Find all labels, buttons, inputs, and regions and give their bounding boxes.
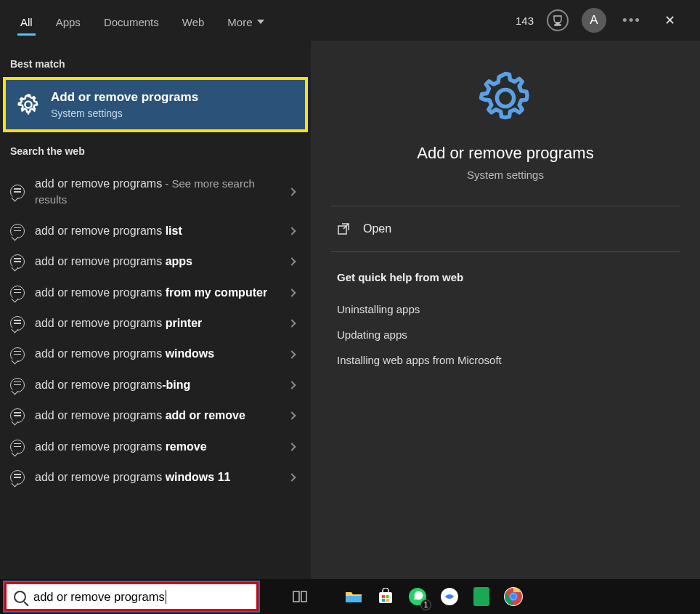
rewards-badge-icon[interactable] bbox=[547, 9, 569, 31]
web-search-icon bbox=[10, 470, 25, 485]
web-result-item[interactable]: add or remove programs remove bbox=[0, 432, 311, 462]
quick-help-link[interactable]: Uninstalling apps bbox=[337, 296, 674, 322]
web-search-icon bbox=[10, 408, 25, 423]
web-result-text: add or remove programs from my computer bbox=[35, 285, 279, 301]
tab-apps[interactable]: Apps bbox=[44, 6, 92, 36]
tab-web[interactable]: Web bbox=[171, 6, 216, 36]
gear-icon bbox=[476, 68, 535, 128]
results-list: Best match Add or remove programs System… bbox=[0, 41, 311, 579]
web-result-item[interactable]: add or remove programs - See more search… bbox=[0, 169, 311, 216]
web-result-item[interactable]: add or remove programs printer bbox=[0, 308, 311, 339]
best-match-header: Best match bbox=[0, 55, 311, 77]
chevron-right-icon bbox=[288, 473, 296, 481]
svg-rect-7 bbox=[382, 595, 385, 598]
web-search-icon bbox=[10, 378, 25, 392]
rewards-points[interactable]: 143 bbox=[516, 15, 534, 27]
web-result-item[interactable]: add or remove programs list bbox=[0, 216, 311, 246]
chevron-right-icon bbox=[288, 350, 296, 358]
app-icon[interactable] bbox=[437, 584, 462, 609]
preview-pane: Add or remove programs System settings O… bbox=[311, 41, 700, 579]
options-button[interactable]: ••• bbox=[619, 12, 644, 28]
svg-rect-9 bbox=[382, 599, 385, 602]
svg-point-0 bbox=[25, 101, 31, 108]
web-result-item[interactable]: add or remove programs add or remove bbox=[0, 400, 311, 431]
chevron-right-icon bbox=[288, 227, 296, 235]
preview-subtitle: System settings bbox=[467, 169, 544, 181]
chevron-down-icon bbox=[257, 20, 264, 24]
whatsapp-icon[interactable]: 1 bbox=[405, 584, 430, 609]
web-result-text: add or remove programs windows bbox=[35, 346, 279, 362]
quick-help-link[interactable]: Updating apps bbox=[337, 322, 674, 347]
search-input-value: add or remove programs bbox=[33, 590, 166, 604]
open-action[interactable]: Open bbox=[333, 206, 678, 251]
web-search-icon bbox=[10, 286, 25, 300]
search-web-header: Search the web bbox=[0, 132, 311, 164]
web-search-icon bbox=[10, 254, 25, 269]
web-result-text: add or remove programs add or remove bbox=[35, 408, 279, 424]
quick-help-header: Get quick help from web bbox=[337, 271, 674, 283]
chevron-right-icon bbox=[288, 319, 296, 327]
search-icon bbox=[14, 591, 26, 603]
chevron-right-icon bbox=[288, 381, 296, 389]
chevron-right-icon bbox=[288, 258, 296, 266]
search-input[interactable]: add or remove programs bbox=[4, 582, 259, 611]
app-icon[interactable] bbox=[469, 584, 494, 609]
best-match-subtitle: System settings bbox=[51, 108, 198, 119]
web-search-icon bbox=[10, 440, 25, 454]
web-search-icon bbox=[10, 224, 25, 238]
chrome-icon[interactable] bbox=[501, 584, 526, 609]
web-result-text: add or remove programs - See more search… bbox=[35, 176, 279, 209]
web-result-text: add or remove programs list bbox=[35, 223, 279, 239]
svg-rect-3 bbox=[293, 591, 299, 602]
tab-documents[interactable]: Documents bbox=[92, 6, 171, 36]
taskbar: add or remove programs 1 bbox=[0, 579, 700, 614]
svg-point-17 bbox=[510, 594, 516, 599]
gear-icon bbox=[16, 92, 41, 117]
web-search-icon bbox=[10, 316, 25, 331]
web-result-item[interactable]: add or remove programs windows bbox=[0, 339, 311, 369]
web-result-item[interactable]: add or remove programs-bing bbox=[0, 370, 311, 400]
task-view-icon[interactable] bbox=[288, 584, 312, 609]
filter-tabs: All Apps Documents Web More 143 A ••• ✕ bbox=[0, 0, 700, 41]
svg-point-1 bbox=[497, 89, 513, 106]
svg-rect-5 bbox=[346, 596, 362, 602]
svg-rect-8 bbox=[386, 595, 389, 598]
web-result-text: add or remove programs remove bbox=[35, 439, 279, 455]
windows-search-panel: All Apps Documents Web More 143 A ••• ✕ … bbox=[0, 0, 700, 579]
chevron-right-icon bbox=[288, 188, 296, 196]
best-match-title: Add or remove programs bbox=[51, 90, 198, 105]
svg-rect-4 bbox=[301, 591, 306, 602]
web-result-item[interactable]: add or remove programs from my computer bbox=[0, 278, 311, 308]
web-result-item[interactable]: add or remove programs windows 11 bbox=[0, 462, 311, 493]
tab-more[interactable]: More bbox=[216, 6, 275, 36]
open-label: Open bbox=[363, 222, 391, 235]
tab-all[interactable]: All bbox=[9, 6, 44, 36]
web-result-text: add or remove programs windows 11 bbox=[35, 469, 279, 485]
user-avatar[interactable]: A bbox=[582, 8, 606, 33]
web-search-icon bbox=[10, 185, 25, 199]
chevron-right-icon bbox=[288, 443, 296, 451]
quick-help-link[interactable]: Installing web apps from Microsoft bbox=[337, 347, 674, 373]
web-result-text: add or remove programs printer bbox=[35, 315, 279, 331]
web-result-text: add or remove programs apps bbox=[35, 254, 279, 270]
best-match-result[interactable]: Add or remove programs System settings bbox=[3, 77, 308, 132]
preview-title: Add or remove programs bbox=[417, 144, 593, 163]
web-search-icon bbox=[10, 347, 25, 362]
open-icon bbox=[337, 222, 350, 235]
file-explorer-icon[interactable] bbox=[341, 584, 366, 609]
close-button[interactable]: ✕ bbox=[657, 8, 683, 33]
web-result-text: add or remove programs-bing bbox=[35, 377, 279, 393]
microsoft-store-icon[interactable] bbox=[373, 584, 398, 609]
chevron-right-icon bbox=[288, 288, 296, 296]
chevron-right-icon bbox=[288, 412, 296, 420]
svg-rect-10 bbox=[386, 599, 389, 602]
svg-rect-6 bbox=[379, 592, 392, 603]
web-result-item[interactable]: add or remove programs apps bbox=[0, 246, 311, 277]
